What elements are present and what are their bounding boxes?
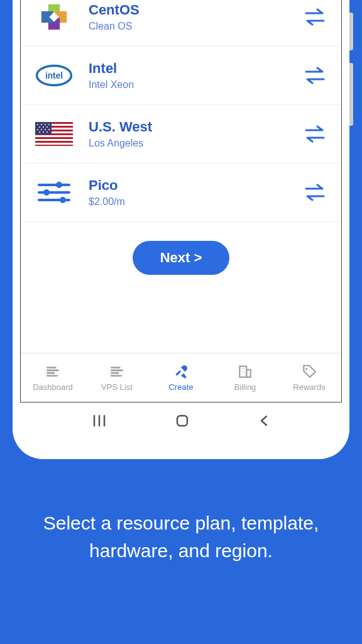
svg-rect-36	[246, 370, 251, 377]
svg-point-16	[41, 124, 42, 125]
svg-text:intel: intel	[45, 71, 63, 80]
option-subtitle: Intel Xeon	[89, 79, 287, 91]
svg-rect-12	[35, 139, 73, 141]
promo-caption: Select a resource plan, template, hardwa…	[0, 509, 362, 564]
option-subtitle: Clean OS	[89, 21, 287, 32]
svg-point-22	[37, 129, 38, 130]
us-flag-icon	[33, 116, 75, 152]
option-title: Pico	[89, 177, 287, 194]
svg-rect-11	[35, 135, 73, 137]
next-button[interactable]: Next >	[133, 241, 230, 275]
tag-icon	[301, 364, 317, 380]
swap-icon[interactable]	[301, 179, 329, 206]
nav-label: Create	[168, 382, 193, 392]
swap-icon[interactable]	[301, 62, 329, 89]
svg-point-32	[43, 189, 50, 196]
centos-icon	[33, 0, 75, 35]
svg-point-24	[45, 129, 46, 130]
phone-frame: CentOS Clean OS intel Intel Inte	[13, 0, 349, 459]
svg-point-23	[41, 129, 42, 130]
bottom-nav: Dashboard VPS List Create	[21, 353, 341, 402]
svg-point-17	[45, 124, 46, 125]
next-row: Next >	[21, 222, 341, 294]
intel-icon: intel	[33, 58, 75, 93]
nav-create[interactable]: Create	[149, 353, 213, 402]
svg-point-28	[47, 131, 48, 133]
svg-point-34	[60, 197, 66, 203]
home-button[interactable]	[175, 413, 190, 431]
svg-point-27	[43, 131, 44, 133]
option-title: CentOS	[89, 2, 287, 18]
svg-rect-38	[177, 416, 187, 426]
svg-point-25	[48, 129, 50, 130]
option-row-plan[interactable]: Pico $2.00/m	[21, 164, 341, 222]
nav-vpslist[interactable]: VPS List	[85, 353, 149, 402]
list-icon	[45, 364, 61, 380]
svg-point-20	[43, 126, 44, 128]
option-subtitle: $2.00/m	[89, 196, 287, 208]
options-list: CentOS Clean OS intel Intel Inte	[21, 0, 341, 353]
tools-icon	[173, 364, 189, 380]
option-row-os[interactable]: CentOS Clean OS	[21, 0, 341, 47]
sliders-icon	[33, 175, 75, 210]
option-subtitle: Los Angeles	[89, 138, 287, 149]
svg-rect-13	[35, 143, 73, 145]
swap-icon[interactable]	[301, 3, 329, 31]
svg-rect-35	[239, 366, 246, 377]
svg-point-15	[37, 124, 38, 125]
app-screen: CentOS Clean OS intel Intel Inte	[20, 0, 342, 402]
svg-point-26	[39, 131, 40, 133]
svg-point-18	[48, 124, 50, 125]
nav-label: Dashboard	[33, 382, 73, 392]
nav-dashboard[interactable]: Dashboard	[21, 353, 85, 402]
option-row-hardware[interactable]: intel Intel Intel Xeon	[21, 47, 341, 105]
svg-point-21	[47, 126, 48, 128]
list-icon	[109, 364, 125, 380]
svg-point-30	[56, 182, 62, 188]
nav-billing[interactable]: Billing	[213, 353, 277, 402]
nav-label: VPS List	[101, 382, 133, 392]
svg-point-19	[39, 126, 40, 128]
nav-label: Billing	[234, 382, 256, 392]
option-title: Intel	[89, 60, 287, 77]
nav-label: Rewards	[293, 382, 325, 392]
building-icon	[237, 364, 253, 380]
back-button[interactable]	[258, 414, 270, 430]
option-title: U.S. West	[89, 119, 287, 135]
phone-side-button	[349, 13, 353, 50]
swap-icon[interactable]	[301, 120, 329, 148]
svg-point-37	[305, 368, 307, 370]
recents-button[interactable]	[92, 414, 107, 430]
phone-side-button	[349, 63, 353, 126]
nav-rewards[interactable]: Rewards	[277, 353, 341, 402]
android-nav-bar	[20, 406, 342, 438]
option-row-region[interactable]: U.S. West Los Angeles	[21, 105, 341, 164]
